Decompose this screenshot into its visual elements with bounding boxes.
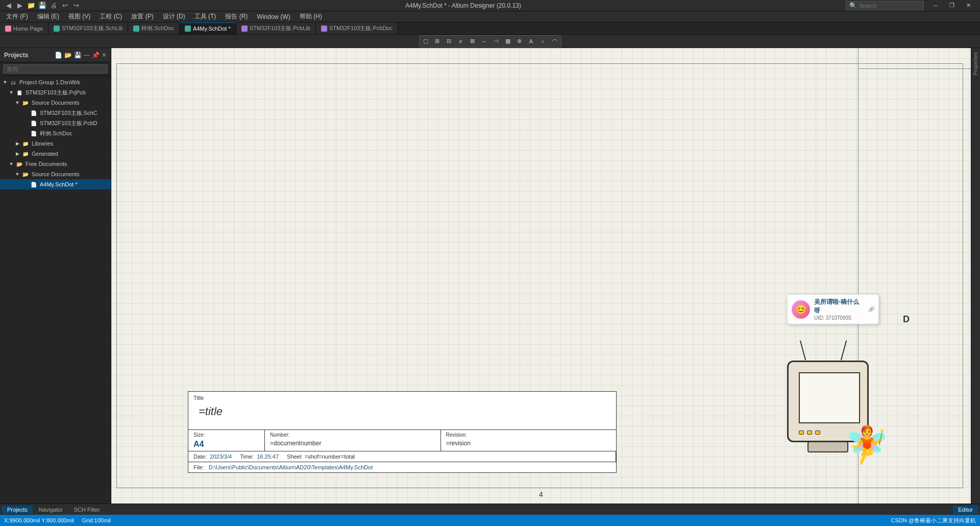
- sidebar-close-icon[interactable]: —: [84, 52, 90, 59]
- sidebar-save-icon[interactable]: 💾: [74, 52, 82, 59]
- avatar-card: 😊 吴所谓啦-稿什么呀 UID: 371070935 🔗: [787, 294, 879, 324]
- menu-help[interactable]: 帮助 (H): [296, 11, 326, 22]
- tab-a4my-schdot[interactable]: A4My.SchDot *: [180, 22, 236, 34]
- right-panel-label[interactable]: Properties: [972, 50, 979, 78]
- title-label: Title: [193, 395, 611, 401]
- right-properties-panel: Properties: [971, 48, 980, 504]
- sidebar-search-input[interactable]: [3, 64, 108, 74]
- label-free-source: Source Documents: [32, 171, 80, 177]
- tb-circle[interactable]: ○: [537, 36, 549, 46]
- tree-item-generated[interactable]: ▶ 📁 Generated: [0, 149, 111, 159]
- tv-button-3: [815, 431, 820, 435]
- tb-align-left[interactable]: ⊟: [444, 36, 455, 46]
- icon-libraries: 📁: [21, 139, 30, 148]
- canvas-area[interactable]: D Title =title Size: A4 Number: =documen…: [111, 48, 971, 504]
- tab-pcblib[interactable]: STM32F103主板.PcbLib: [236, 22, 316, 34]
- btab-navigator[interactable]: Navigator: [34, 506, 68, 514]
- tb-text[interactable]: A: [526, 36, 537, 46]
- tab-sample-label: 样例.SchDoc: [141, 25, 174, 32]
- anime-character: 🧚: [845, 427, 889, 463]
- btab-projects[interactable]: Projects: [2, 506, 33, 514]
- menu-edit[interactable]: 编辑 (E): [33, 11, 63, 22]
- tb-net[interactable]: ⊣: [491, 36, 502, 46]
- icon-redo[interactable]: ↪: [71, 2, 81, 9]
- tv-antenna-right: [841, 340, 847, 360]
- sidebar-pin-icon[interactable]: 📌: [92, 52, 100, 59]
- title-block-dts-row: Date: 2023/3/4 Time: 16:25:47 Sheet =sho…: [188, 451, 616, 462]
- tree-item-stm-pcbd[interactable]: 📄 STM32F103主板.PcbD: [0, 118, 111, 128]
- tv-button-2: [807, 431, 812, 435]
- tb-connect[interactable]: ↔: [479, 36, 490, 46]
- tab-home-label: Home Page: [13, 26, 43, 32]
- menu-project[interactable]: 工程 (C): [95, 11, 126, 22]
- icon-forward[interactable]: ▶: [15, 2, 24, 9]
- cartoon-tv-decoration: 🧚: [777, 330, 879, 463]
- coords-display: X:9900.000mil Y:800.000mil: [4, 517, 74, 523]
- label-prjpcb: STM32F103主板.PrjPcb: [26, 89, 86, 97]
- tree-item-prjpcb[interactable]: ▼ 📋 STM32F103主板.PrjPcb: [0, 87, 111, 98]
- menu-view[interactable]: 视图 (V): [64, 11, 94, 22]
- label-stm-pcbd: STM32F103主板.PcbD: [40, 119, 97, 127]
- tab-pcbdoc-icon: [321, 26, 327, 32]
- sidebar-x-icon[interactable]: ✕: [102, 52, 107, 59]
- tree-item-free-source-docs[interactable]: ▼ 📂 Source Documents: [0, 169, 111, 179]
- tb-select[interactable]: ▢: [420, 36, 431, 46]
- menu-window[interactable]: Window (W): [253, 12, 294, 21]
- date-label: Date:: [193, 453, 207, 460]
- tab-home[interactable]: Home Page: [0, 22, 48, 34]
- tb-port[interactable]: ⊕: [514, 36, 525, 46]
- tb-wire[interactable]: ⊞: [432, 36, 443, 46]
- btab-sch-filter[interactable]: SCH Filter: [69, 506, 105, 514]
- tab-schlib[interactable]: STM32F103主板.SchLib: [48, 22, 128, 34]
- tree-item-stm-schc[interactable]: 📄 STM32F103主板.SchC: [0, 108, 111, 118]
- tab-schlib-icon: [54, 26, 60, 32]
- label-libraries: Libraries: [32, 140, 53, 147]
- tv-button-1: [799, 431, 804, 435]
- avatar-image: 😊: [792, 300, 810, 319]
- menu-file[interactable]: 文件 (F): [2, 11, 32, 22]
- arrow-free-docs: ▼: [8, 161, 14, 166]
- tree-item-sample-sch[interactable]: 📄 样例.SchDoc: [0, 128, 111, 138]
- sidebar-open-icon[interactable]: 📂: [64, 52, 72, 59]
- icon-save[interactable]: 💾: [38, 2, 47, 9]
- tree-item-libraries[interactable]: ▶ 📁 Libraries: [0, 138, 111, 149]
- uid-row: UID: 371070935: [814, 315, 864, 321]
- label-a4my: A4My.SchDot *: [40, 181, 78, 187]
- menu-place[interactable]: 放置 (P): [127, 11, 157, 22]
- page-number: 4: [539, 490, 543, 498]
- menu-bar: 文件 (F) 编辑 (E) 视图 (V) 工程 (C) 放置 (P) 设计 (D…: [0, 11, 980, 22]
- minimize-button[interactable]: ─: [928, 0, 943, 11]
- icon-folder[interactable]: 📁: [27, 2, 36, 9]
- menu-design[interactable]: 设计 (D): [159, 11, 189, 22]
- icon-undo[interactable]: ↩: [60, 2, 69, 9]
- avatar-link-icon[interactable]: 🔗: [868, 306, 874, 312]
- tab-pcbdoc[interactable]: STM32F103主板.PcbDoc: [316, 22, 398, 34]
- tab-sample-sch[interactable]: 样例.SchDoc: [128, 22, 180, 34]
- arrow-free-source: ▼: [14, 172, 20, 177]
- date-value: 2023/3/4: [210, 453, 232, 460]
- btab-editor[interactable]: Editor: [953, 506, 978, 514]
- statusbar-right-text: CSDN @鲁棒最小二乘支持向量机: [891, 517, 976, 524]
- sidebar-search-area: [0, 62, 111, 76]
- tree-item-free-docs[interactable]: ▼ 📂 Free Documents: [0, 159, 111, 169]
- avatar-name: 吴所谓啦-稿什么呀: [814, 298, 864, 315]
- restore-button[interactable]: ❐: [944, 0, 960, 11]
- tree-item-source-docs[interactable]: ▼ 📂 Source Documents: [0, 98, 111, 108]
- menu-tools[interactable]: 工具 (T): [190, 11, 220, 22]
- icon-print[interactable]: 🖨: [49, 2, 58, 9]
- sidebar-new-icon[interactable]: 📄: [55, 52, 62, 59]
- tree-item-project-group[interactable]: ▼ 🗂 Project Group 1.DsnWrk: [0, 77, 111, 87]
- icon-back[interactable]: ◀: [4, 2, 13, 9]
- window-title: A4My.SchDot * - Altium Designer (20.0.13…: [81, 2, 846, 9]
- schematic-toolbar: ▢ ⊞ ⊟ ≡ ⊠ ↔ ⊣ ▦ ⊕ A ○ ◠: [0, 35, 980, 48]
- tree-item-a4my-schdot[interactable]: 📄 A4My.SchDot *: [0, 179, 111, 189]
- tb-bus[interactable]: ▦: [502, 36, 513, 46]
- tb-arc[interactable]: ◠: [549, 36, 560, 46]
- time-label: Time:: [240, 453, 254, 460]
- tv-antenna-left: [800, 340, 806, 360]
- global-search-input[interactable]: [859, 3, 920, 9]
- menu-reports[interactable]: 报告 (R): [221, 11, 252, 22]
- tb-distribute[interactable]: ⊠: [467, 36, 478, 46]
- tb-align-center[interactable]: ≡: [455, 36, 467, 46]
- close-button[interactable]: ✕: [961, 0, 976, 11]
